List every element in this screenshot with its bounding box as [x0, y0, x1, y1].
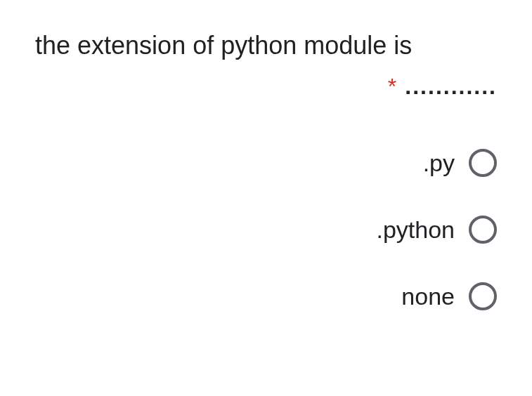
option-row[interactable]: none [35, 282, 497, 310]
radio-button-python[interactable] [469, 216, 497, 244]
blank-line: ............ [405, 74, 497, 100]
required-asterisk: * [388, 74, 396, 100]
option-row[interactable]: .py [35, 149, 497, 177]
question-text: the extension of python module is [35, 28, 497, 63]
radio-button-none[interactable] [469, 282, 497, 310]
option-label: none [401, 283, 455, 310]
question-container: the extension of python module is * ....… [35, 28, 497, 100]
radio-button-py[interactable] [469, 149, 497, 177]
option-label: .python [376, 216, 455, 244]
option-row[interactable]: .python [35, 216, 497, 244]
options-container: .py .python none [35, 149, 497, 310]
required-row: * ............ [35, 74, 497, 100]
option-label: .py [423, 150, 455, 177]
